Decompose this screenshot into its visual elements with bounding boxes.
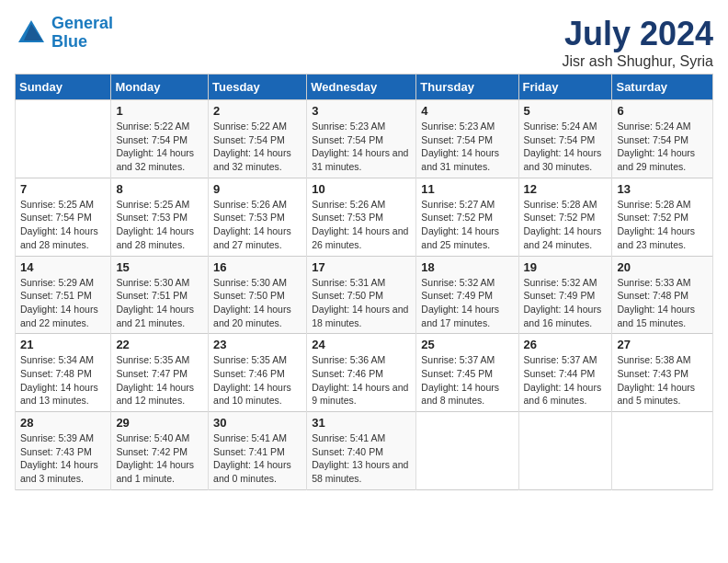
day-number: 5 xyxy=(524,104,608,118)
day-number: 13 xyxy=(617,182,708,196)
calendar-cell: 21Sunrise: 5:34 AMSunset: 7:48 PMDayligh… xyxy=(16,334,111,412)
day-number: 6 xyxy=(617,104,708,118)
calendar-cell: 31Sunrise: 5:41 AMSunset: 7:40 PMDayligh… xyxy=(307,412,416,490)
calendar-cell: 12Sunrise: 5:28 AMSunset: 7:52 PMDayligh… xyxy=(518,178,612,256)
day-number: 3 xyxy=(312,104,411,118)
day-number: 7 xyxy=(20,182,106,196)
day-number: 21 xyxy=(20,338,106,351)
day-number: 19 xyxy=(524,260,608,274)
cell-info: Sunrise: 5:23 AMSunset: 7:54 PMDaylight:… xyxy=(312,120,411,174)
calendar-cell: 29Sunrise: 5:40 AMSunset: 7:42 PMDayligh… xyxy=(111,412,209,490)
day-number: 26 xyxy=(524,338,608,351)
cell-info: Sunrise: 5:30 AMSunset: 7:50 PMDaylight:… xyxy=(213,276,301,330)
day-number: 10 xyxy=(312,182,411,196)
calendar-cell: 27Sunrise: 5:38 AMSunset: 7:43 PMDayligh… xyxy=(612,334,713,412)
cell-info: Sunrise: 5:27 AMSunset: 7:52 PMDaylight:… xyxy=(421,198,513,252)
subtitle: Jisr ash Shughur, Syria xyxy=(562,53,713,70)
page-header: General Blue July 2024 Jisr ash Shughur,… xyxy=(15,15,713,70)
day-number: 9 xyxy=(213,182,301,196)
day-number: 1 xyxy=(116,104,203,118)
calendar-week-row: 21Sunrise: 5:34 AMSunset: 7:48 PMDayligh… xyxy=(16,334,713,412)
cell-info: Sunrise: 5:23 AMSunset: 7:54 PMDaylight:… xyxy=(421,120,513,174)
day-number: 28 xyxy=(20,416,106,430)
calendar-cell: 14Sunrise: 5:29 AMSunset: 7:51 PMDayligh… xyxy=(16,256,111,334)
calendar-cell xyxy=(518,412,612,490)
cell-info: Sunrise: 5:37 AMSunset: 7:44 PMDaylight:… xyxy=(524,353,608,408)
weekday-header: Tuesday xyxy=(209,75,307,100)
calendar-week-row: 28Sunrise: 5:39 AMSunset: 7:43 PMDayligh… xyxy=(16,412,713,490)
calendar-cell: 30Sunrise: 5:41 AMSunset: 7:41 PMDayligh… xyxy=(209,412,307,490)
cell-info: Sunrise: 5:37 AMSunset: 7:45 PMDaylight:… xyxy=(421,353,513,408)
calendar-cell: 18Sunrise: 5:32 AMSunset: 7:49 PMDayligh… xyxy=(416,256,518,334)
logo-text: General Blue xyxy=(51,15,113,52)
calendar-cell xyxy=(416,412,518,490)
calendar-cell: 4Sunrise: 5:23 AMSunset: 7:54 PMDaylight… xyxy=(416,100,518,178)
cell-info: Sunrise: 5:33 AMSunset: 7:48 PMDaylight:… xyxy=(617,276,708,330)
cell-info: Sunrise: 5:26 AMSunset: 7:53 PMDaylight:… xyxy=(312,198,411,252)
calendar-cell xyxy=(612,412,713,490)
calendar-cell: 9Sunrise: 5:26 AMSunset: 7:53 PMDaylight… xyxy=(209,178,307,256)
weekday-header: Thursday xyxy=(416,75,518,100)
cell-info: Sunrise: 5:32 AMSunset: 7:49 PMDaylight:… xyxy=(421,276,513,330)
calendar-cell: 20Sunrise: 5:33 AMSunset: 7:48 PMDayligh… xyxy=(612,256,713,334)
cell-info: Sunrise: 5:40 AMSunset: 7:42 PMDaylight:… xyxy=(116,431,203,486)
calendar-cell: 26Sunrise: 5:37 AMSunset: 7:44 PMDayligh… xyxy=(518,334,612,412)
calendar-cell: 22Sunrise: 5:35 AMSunset: 7:47 PMDayligh… xyxy=(111,334,209,412)
main-title: July 2024 xyxy=(562,15,713,53)
calendar-cell xyxy=(16,100,111,178)
calendar-cell: 13Sunrise: 5:28 AMSunset: 7:52 PMDayligh… xyxy=(612,178,713,256)
day-number: 2 xyxy=(213,104,301,118)
cell-info: Sunrise: 5:34 AMSunset: 7:48 PMDaylight:… xyxy=(20,353,106,408)
weekday-header: Friday xyxy=(518,75,612,100)
calendar-table: SundayMondayTuesdayWednesdayThursdayFrid… xyxy=(15,74,713,490)
day-number: 8 xyxy=(116,182,203,196)
calendar-week-row: 1Sunrise: 5:22 AMSunset: 7:54 PMDaylight… xyxy=(16,100,713,178)
calendar-cell: 8Sunrise: 5:25 AMSunset: 7:53 PMDaylight… xyxy=(111,178,209,256)
cell-info: Sunrise: 5:35 AMSunset: 7:46 PMDaylight:… xyxy=(213,353,301,408)
calendar-cell: 28Sunrise: 5:39 AMSunset: 7:43 PMDayligh… xyxy=(16,412,111,490)
day-number: 29 xyxy=(116,416,203,430)
weekday-header: Sunday xyxy=(16,75,111,100)
calendar-cell: 5Sunrise: 5:24 AMSunset: 7:54 PMDaylight… xyxy=(518,100,612,178)
day-number: 30 xyxy=(213,416,301,430)
cell-info: Sunrise: 5:38 AMSunset: 7:43 PMDaylight:… xyxy=(617,353,708,408)
calendar-cell: 10Sunrise: 5:26 AMSunset: 7:53 PMDayligh… xyxy=(307,178,416,256)
calendar-cell: 3Sunrise: 5:23 AMSunset: 7:54 PMDaylight… xyxy=(307,100,416,178)
day-number: 18 xyxy=(421,260,513,274)
day-number: 15 xyxy=(116,260,203,274)
calendar-cell: 15Sunrise: 5:30 AMSunset: 7:51 PMDayligh… xyxy=(111,256,209,334)
calendar-cell: 16Sunrise: 5:30 AMSunset: 7:50 PMDayligh… xyxy=(209,256,307,334)
cell-info: Sunrise: 5:22 AMSunset: 7:54 PMDaylight:… xyxy=(116,120,203,174)
cell-info: Sunrise: 5:26 AMSunset: 7:53 PMDaylight:… xyxy=(213,198,301,252)
day-number: 27 xyxy=(617,338,708,351)
title-block: July 2024 Jisr ash Shughur, Syria xyxy=(562,15,713,70)
logo: General Blue xyxy=(15,15,113,52)
cell-info: Sunrise: 5:22 AMSunset: 7:54 PMDaylight:… xyxy=(213,120,301,174)
calendar-cell: 6Sunrise: 5:24 AMSunset: 7:54 PMDaylight… xyxy=(612,100,713,178)
calendar-cell: 19Sunrise: 5:32 AMSunset: 7:49 PMDayligh… xyxy=(518,256,612,334)
day-number: 31 xyxy=(312,416,411,430)
calendar-week-row: 14Sunrise: 5:29 AMSunset: 7:51 PMDayligh… xyxy=(16,256,713,334)
cell-info: Sunrise: 5:31 AMSunset: 7:50 PMDaylight:… xyxy=(312,276,411,330)
weekday-header: Wednesday xyxy=(307,75,416,100)
calendar-header-row: SundayMondayTuesdayWednesdayThursdayFrid… xyxy=(16,75,713,100)
day-number: 22 xyxy=(116,338,203,351)
day-number: 12 xyxy=(524,182,608,196)
cell-info: Sunrise: 5:30 AMSunset: 7:51 PMDaylight:… xyxy=(116,276,203,330)
day-number: 4 xyxy=(421,104,513,118)
calendar-cell: 11Sunrise: 5:27 AMSunset: 7:52 PMDayligh… xyxy=(416,178,518,256)
cell-info: Sunrise: 5:35 AMSunset: 7:47 PMDaylight:… xyxy=(116,353,203,408)
day-number: 23 xyxy=(213,338,301,351)
cell-info: Sunrise: 5:32 AMSunset: 7:49 PMDaylight:… xyxy=(524,276,608,330)
weekday-header: Saturday xyxy=(612,75,713,100)
calendar-cell: 23Sunrise: 5:35 AMSunset: 7:46 PMDayligh… xyxy=(209,334,307,412)
calendar-cell: 24Sunrise: 5:36 AMSunset: 7:46 PMDayligh… xyxy=(307,334,416,412)
day-number: 24 xyxy=(312,338,411,351)
day-number: 14 xyxy=(20,260,106,274)
day-number: 20 xyxy=(617,260,708,274)
day-number: 17 xyxy=(312,260,411,274)
cell-info: Sunrise: 5:28 AMSunset: 7:52 PMDaylight:… xyxy=(524,198,608,252)
day-number: 16 xyxy=(213,260,301,274)
calendar-cell: 17Sunrise: 5:31 AMSunset: 7:50 PMDayligh… xyxy=(307,256,416,334)
calendar-cell: 1Sunrise: 5:22 AMSunset: 7:54 PMDaylight… xyxy=(111,100,209,178)
